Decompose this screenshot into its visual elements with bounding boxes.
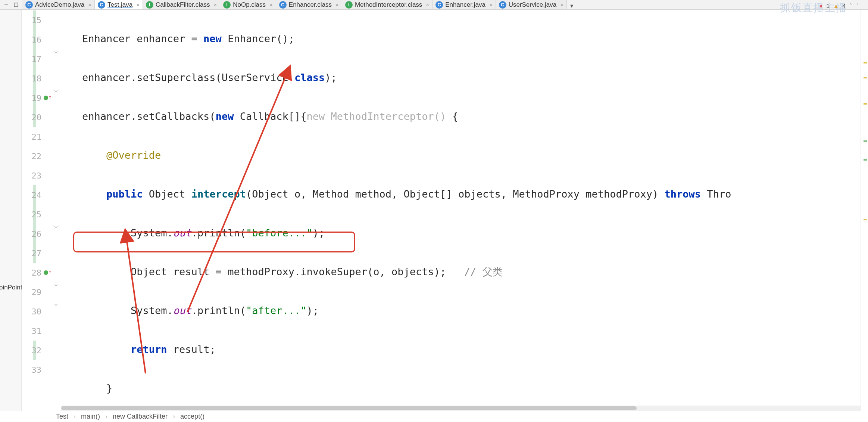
interface-icon: I — [345, 1, 353, 9]
breadcrumb-item[interactable]: Test — [56, 413, 68, 421]
class-icon: C — [98, 1, 105, 9]
breadcrumb-item[interactable]: accept() — [180, 413, 204, 421]
tab-methodinterceptor[interactable]: IMethodInterceptor.class× — [342, 0, 433, 9]
inspection-summary[interactable]: ●1 ▲4 ˄ ˅ — [819, 2, 859, 9]
error-icon: ● — [819, 3, 822, 9]
class-icon: C — [25, 1, 33, 9]
breadcrumb-item[interactable]: new CallbackFilter — [113, 413, 168, 421]
close-icon[interactable]: × — [136, 1, 140, 8]
horizontal-scrollbar[interactable] — [61, 406, 861, 411]
close-icon[interactable]: × — [269, 1, 273, 8]
fold-toggle-icon[interactable] — [53, 49, 59, 55]
breadcrumb-item[interactable]: main() — [81, 413, 100, 421]
line-number: 19 — [22, 88, 52, 108]
tab-advicedemo[interactable]: CAdviceDemo.java× — [22, 0, 95, 9]
line-number: 22 — [22, 146, 52, 166]
tab-userservice[interactable]: CUserService.java× — [496, 0, 567, 9]
line-number: 23 — [22, 166, 52, 185]
minimize-icon[interactable] — [4, 2, 9, 7]
editor-main: oinPoint 15 16 17 18 19 20 21 22 23 24 2… — [0, 10, 868, 411]
interface-icon: I — [223, 1, 231, 9]
line-number: 33 — [22, 360, 52, 379]
fold-toggle-icon[interactable] — [53, 224, 59, 230]
close-icon[interactable]: × — [213, 1, 217, 8]
line-number: 17 — [22, 49, 52, 69]
chevron-down-icon[interactable]: ˅ — [856, 2, 859, 9]
line-number: 27 — [22, 243, 52, 263]
breadcrumb[interactable]: Test› main()› new CallbackFilter› accept… — [0, 411, 868, 422]
line-number: 20 — [22, 108, 52, 127]
line-number: 24 — [22, 185, 52, 205]
class-icon: C — [435, 1, 443, 9]
maximize-icon[interactable] — [13, 2, 19, 7]
code-editor[interactable]: Enhancer enhancer = new Enhancer(); enha… — [61, 10, 861, 411]
close-icon[interactable]: × — [335, 1, 339, 8]
scrollbar-thumb[interactable] — [61, 406, 637, 410]
close-icon[interactable]: × — [560, 1, 563, 8]
line-number: 32 — [22, 341, 52, 360]
line-number: 26 — [22, 224, 52, 243]
fold-toggle-icon[interactable] — [53, 302, 59, 308]
left-tool-strip: oinPoint — [0, 10, 22, 411]
chevron-up-icon[interactable]: ˄ — [849, 2, 852, 9]
line-number: 29 — [22, 282, 52, 302]
editor-tabs: CAdviceDemo.java× CTest.java× ICallbackF… — [22, 0, 868, 10]
tab-test[interactable]: CTest.java× — [95, 0, 143, 10]
fold-strip — [52, 10, 61, 411]
tabs-overflow[interactable]: ▾ — [567, 2, 577, 9]
rail-warning-marker[interactable] — [864, 103, 867, 105]
line-number: 31 — [22, 321, 52, 341]
line-number: 25 — [22, 205, 52, 224]
line-number: 18 — [22, 69, 52, 88]
rail-warning-marker[interactable] — [864, 219, 867, 220]
line-gutter: 15 16 17 18 19 20 21 22 23 24 25 26 27 2… — [22, 10, 52, 411]
close-icon[interactable]: × — [426, 1, 429, 8]
class-icon: C — [499, 1, 506, 9]
rail-change-marker[interactable] — [864, 159, 867, 161]
tab-noop[interactable]: INoOp.class× — [220, 0, 276, 9]
tab-enhancer-class[interactable]: CEnhancer.class× — [276, 0, 342, 9]
warning-icon: ▲ — [833, 3, 839, 9]
close-icon[interactable]: × — [489, 1, 493, 8]
class-icon: C — [279, 1, 287, 9]
tab-enhancer-java[interactable]: CEnhancer.java× — [433, 0, 496, 9]
interface-icon: I — [146, 1, 153, 9]
override-gutter-icon[interactable] — [44, 269, 50, 276]
line-number: 30 — [22, 302, 52, 321]
fold-toggle-icon[interactable] — [53, 282, 59, 288]
tab-callbackfilter[interactable]: ICallbackFilter.class× — [143, 0, 220, 9]
rail-change-marker[interactable] — [864, 140, 867, 142]
override-gutter-icon[interactable] — [44, 94, 50, 101]
inspection-rail[interactable] — [861, 10, 868, 411]
fold-toggle-icon[interactable] — [53, 88, 59, 94]
rail-warning-marker[interactable] — [864, 62, 867, 63]
line-number: 15 — [22, 10, 52, 30]
line-number: 28 — [22, 263, 52, 282]
line-number: 16 — [22, 30, 52, 49]
svg-rect-1 — [14, 3, 18, 7]
structure-hint: oinPoint — [0, 284, 22, 291]
close-icon[interactable]: × — [88, 1, 91, 8]
rail-warning-marker[interactable] — [864, 77, 867, 78]
line-number: 21 — [22, 127, 52, 146]
